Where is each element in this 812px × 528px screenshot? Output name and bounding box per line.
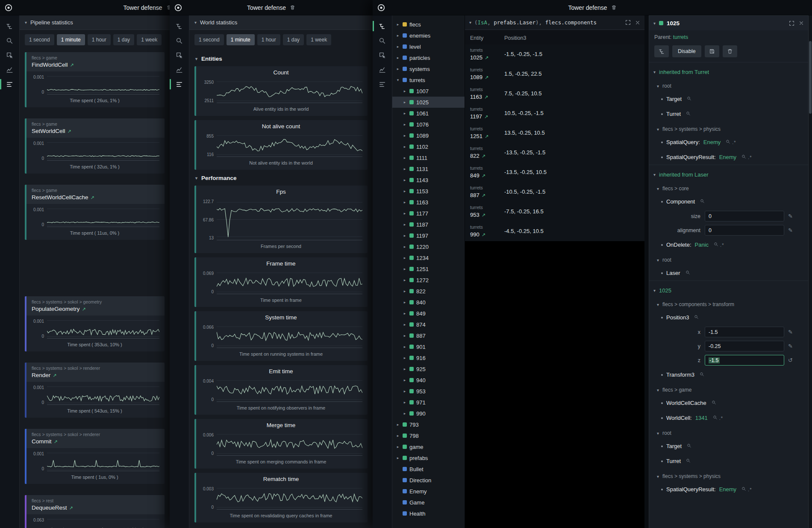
chevron-right-icon[interactable]: ▸ <box>403 145 407 149</box>
search-icon[interactable] <box>685 270 690 276</box>
tree-item[interactable]: ▸particles <box>392 52 465 63</box>
tree-item[interactable]: ▸971 <box>392 397 465 408</box>
time-range-tab[interactable]: 1 second <box>194 34 224 45</box>
tree-item[interactable]: Game <box>392 497 465 508</box>
component-group-header[interactable]: ▾flecs > systems > physics <box>649 469 808 482</box>
close-icon[interactable] <box>635 20 640 25</box>
tree-item[interactable]: ▸1197 <box>392 230 465 241</box>
chevron-right-icon[interactable]: ▸ <box>396 434 400 438</box>
tree-item[interactable]: ▸953 <box>392 386 465 397</box>
tree-item[interactable]: ▸901 <box>392 341 465 352</box>
search-icon[interactable] <box>726 139 730 145</box>
tree-item[interactable]: ▸enemies <box>392 30 465 41</box>
search-icon[interactable] <box>700 372 704 378</box>
chevron-right-icon[interactable]: ▸ <box>396 33 400 38</box>
component-row[interactable]: Target <box>649 91 808 106</box>
chevron-right-icon[interactable]: ▸ <box>403 156 407 160</box>
component-value-link[interactable]: Enemy <box>719 154 736 160</box>
tree-item[interactable]: ▸level <box>392 41 465 52</box>
chevron-right-icon[interactable]: ▸ <box>403 311 407 316</box>
table-row[interactable]: turrets887↗-10.5, -0.25, -1.5 <box>465 182 644 202</box>
time-range-tab[interactable]: 1 day <box>283 34 304 45</box>
tree-item[interactable]: ▸1272 <box>392 274 465 286</box>
chevron-right-icon[interactable]: ▸ <box>396 22 400 27</box>
trash-icon[interactable] <box>290 5 295 10</box>
chevron-right-icon[interactable]: ▸ <box>403 89 407 93</box>
component-row[interactable]: Target <box>649 439 808 454</box>
tree-item[interactable]: ▸990 <box>392 408 465 419</box>
component-row[interactable]: Component <box>649 194 808 209</box>
panel-header[interactable]: ▾ World statistics <box>189 15 373 30</box>
chevron-right-icon[interactable]: ▸ <box>403 233 407 238</box>
tree-item[interactable]: ▾turrets <box>392 74 465 86</box>
chevron-right-icon[interactable]: ▸ <box>403 256 407 260</box>
delete-button[interactable] <box>723 45 737 57</box>
chevron-right-icon[interactable]: ▸ <box>403 333 407 338</box>
table-row[interactable]: turrets1251↗13.5, -0.25, 10.5 <box>465 123 644 143</box>
stats-icon[interactable] <box>0 77 20 91</box>
tree-item[interactable]: ▸1076 <box>392 119 465 130</box>
external-link-icon[interactable]: ↗ <box>82 307 86 312</box>
search-icon[interactable] <box>741 154 746 160</box>
chevron-right-icon[interactable]: ▸ <box>403 300 407 304</box>
chevron-right-icon[interactable]: ▸ <box>403 389 407 393</box>
time-range-tab[interactable]: 1 week <box>137 34 162 45</box>
edit-icon[interactable]: ✎ <box>788 213 793 219</box>
component-group-header[interactable]: ▾root <box>649 425 808 439</box>
trash-icon[interactable] <box>166 5 170 10</box>
external-link-icon[interactable]: ↗ <box>482 193 485 198</box>
tree-item[interactable]: ▸940 <box>392 375 465 386</box>
tree-item[interactable]: ▸1153 <box>392 186 465 197</box>
tree-item[interactable]: ▸flecs <box>392 19 465 30</box>
component-row[interactable]: WorldCell:1341.* <box>649 410 808 425</box>
external-link-icon[interactable]: ↗ <box>485 75 488 80</box>
tree-item[interactable]: ▸systems <box>392 63 465 74</box>
tree-item[interactable]: ▸1111 <box>392 152 465 163</box>
tree-item[interactable]: ▸prefabs <box>392 452 465 463</box>
external-link-icon[interactable]: ↗ <box>482 173 485 178</box>
tree-item[interactable]: ▸793 <box>392 419 465 430</box>
query-expression[interactable]: (IsA, prefabs.Laser), flecs.components <box>474 19 597 26</box>
component-group-header[interactable]: ▾flecs > core <box>649 181 808 194</box>
field-input-x[interactable]: -1.5 <box>705 327 784 337</box>
trash-icon[interactable] <box>611 5 617 10</box>
chevron-right-icon[interactable]: ▸ <box>396 67 400 71</box>
chevron-right-icon[interactable]: ▸ <box>403 100 407 104</box>
chart-icon[interactable] <box>373 62 392 77</box>
table-row[interactable]: turrets849↗-13.5, -0.25, 10.5 <box>465 162 644 182</box>
table-row[interactable]: turrets1197↗10.5, -0.25, -1.5 <box>465 103 644 123</box>
component-value-link[interactable]: Panic <box>695 242 709 248</box>
component-group-header[interactable]: ▾flecs > components > transform <box>649 297 808 310</box>
edit-icon[interactable]: ✎ <box>788 227 793 233</box>
component-row[interactable]: WorldCellCache <box>649 395 808 410</box>
tree-item[interactable]: ▸1025 <box>392 97 465 108</box>
time-range-tab[interactable]: 1 minute <box>57 34 85 45</box>
close-icon[interactable] <box>799 21 804 26</box>
search-icon[interactable] <box>373 33 392 48</box>
chevron-right-icon[interactable]: ▸ <box>396 445 400 449</box>
search-icon[interactable] <box>687 96 691 102</box>
inspector-section[interactable]: ▾inherited from Turret <box>649 62 808 78</box>
tree-item[interactable]: Enemy <box>392 486 465 497</box>
table-row[interactable]: turrets953↗-7.5, -0.25, 16.5 <box>465 202 644 221</box>
component-row[interactable]: SpatialQueryResult:Enemy.* <box>649 482 808 497</box>
section-header[interactable]: ▾Entities <box>194 50 368 66</box>
tree-icon[interactable] <box>0 19 20 33</box>
search-icon[interactable] <box>686 458 691 464</box>
stats-icon[interactable] <box>373 77 392 91</box>
component-value-link[interactable]: 1341 <box>695 415 708 421</box>
time-range-tab[interactable]: 1 minute <box>227 34 255 45</box>
field-input-alignment[interactable]: 0 <box>705 225 784 236</box>
chevron-down-icon[interactable]: ▾ <box>653 21 656 26</box>
tree-item[interactable]: ▸1163 <box>392 197 465 208</box>
chevron-right-icon[interactable]: ▸ <box>403 400 407 404</box>
search-icon[interactable] <box>741 486 746 493</box>
tree-item[interactable]: ▸822 <box>392 286 465 297</box>
table-row[interactable]: turrets822↗-13.5, -0.25, -1.5 <box>465 143 644 162</box>
tree-view-button[interactable] <box>654 45 669 57</box>
tree-item[interactable]: ▸1177 <box>392 208 465 219</box>
component-row[interactable]: Turret <box>649 454 808 469</box>
time-range-tab[interactable]: 1 hour <box>88 34 111 45</box>
parent-link[interactable]: turrets <box>673 34 688 40</box>
tree-icon[interactable] <box>170 19 189 33</box>
